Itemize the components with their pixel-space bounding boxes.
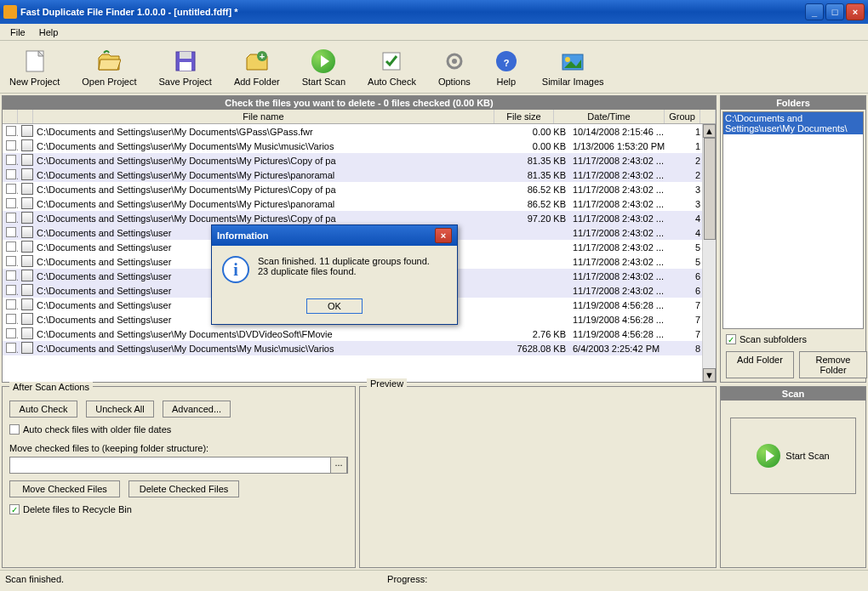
table-row[interactable]: C:\Documents and Settings\user\My Docume… bbox=[3, 341, 716, 355]
file-size: 0.00 KB bbox=[510, 126, 569, 138]
browse-button[interactable]: ... bbox=[330, 457, 347, 474]
row-checkbox[interactable] bbox=[6, 285, 16, 295]
row-checkbox[interactable] bbox=[6, 270, 16, 281]
scroll-down-icon[interactable]: ▼ bbox=[703, 368, 716, 382]
file-date: 11/17/2008 2:43:02 ... bbox=[569, 227, 680, 239]
auto-check-older-label: Auto check files with older file dates bbox=[23, 424, 171, 435]
file-size: 81.35 KB bbox=[510, 155, 569, 167]
file-name: C:\Documents and Settings\user\My Docume… bbox=[33, 155, 510, 167]
file-icon bbox=[21, 168, 33, 180]
row-checkbox[interactable] bbox=[6, 140, 16, 151]
file-size bbox=[510, 247, 569, 248]
menu-file[interactable]: File bbox=[3, 26, 32, 39]
menu-help[interactable]: Help bbox=[32, 26, 66, 39]
row-checkbox[interactable] bbox=[6, 256, 16, 266]
dialog-close-button[interactable]: × bbox=[435, 228, 452, 243]
recycle-bin-label: Delete files to Recycle Bin bbox=[23, 504, 132, 514]
file-name: C:\Documents and Settings\user\My Docume… bbox=[33, 343, 510, 355]
row-checkbox[interactable] bbox=[6, 126, 16, 136]
start-scan-big-button[interactable]: Start Scan bbox=[730, 418, 856, 494]
file-date: 11/19/2008 4:56:28 ... bbox=[569, 314, 680, 326]
dialog-ok-button[interactable]: OK bbox=[306, 298, 363, 314]
file-name: C:\Documents and Settings\user\My Docume… bbox=[33, 198, 510, 210]
file-date: 11/17/2008 2:43:02 ... bbox=[569, 198, 680, 210]
recycle-bin-checkbox[interactable]: ✓ bbox=[9, 504, 20, 514]
statusbar: Scan finished. Progress: bbox=[0, 570, 868, 587]
table-row[interactable]: C:\Documents and Settings\user\My Docume… bbox=[3, 196, 716, 211]
dialog-title: Information bbox=[217, 230, 269, 241]
col-datetime[interactable]: Date/Time bbox=[554, 110, 665, 123]
file-name: C:\Documents and Settings\user\My Docume… bbox=[33, 328, 510, 340]
row-checkbox[interactable] bbox=[6, 169, 16, 179]
folder-item[interactable]: C:\Documents and Settings\user\My Docume… bbox=[723, 112, 863, 134]
file-size: 7628.08 KB bbox=[510, 343, 569, 355]
col-filename[interactable]: File name bbox=[33, 110, 494, 123]
move-path-input[interactable]: ... bbox=[9, 457, 348, 474]
table-row[interactable]: C:\Documents and Settings\user\My Docume… bbox=[3, 182, 716, 196]
file-date: 11/17/2008 2:43:02 ... bbox=[569, 256, 680, 268]
row-checkbox[interactable] bbox=[6, 328, 16, 338]
uncheck-all-button[interactable]: Uncheck All bbox=[86, 401, 154, 418]
scroll-up-icon[interactable]: ▲ bbox=[703, 124, 716, 138]
table-row[interactable]: C:\Documents and Settings\user\My Docume… bbox=[3, 124, 716, 139]
scan-subfolders-checkbox[interactable]: ✓ bbox=[726, 334, 736, 344]
add-folder-button[interactable]: + Add Folder bbox=[228, 45, 286, 89]
close-button[interactable]: × bbox=[846, 3, 865, 20]
file-icon bbox=[21, 313, 33, 325]
file-date: 11/17/2008 2:43:02 ... bbox=[569, 213, 680, 224]
scroll-thumb[interactable] bbox=[704, 138, 716, 240]
table-row[interactable]: C:\Documents and Settings\user\My Docume… bbox=[3, 327, 716, 341]
new-project-icon bbox=[21, 48, 49, 75]
file-icon bbox=[21, 284, 33, 296]
row-checkbox[interactable] bbox=[6, 299, 16, 310]
folder-list[interactable]: C:\Documents and Settings\user\My Docume… bbox=[722, 111, 864, 329]
file-name: C:\Documents and Settings\user\My Docume… bbox=[33, 169, 510, 181]
similar-images-button[interactable]: Similar Images bbox=[536, 45, 610, 89]
file-icon bbox=[21, 154, 33, 166]
col-group[interactable]: Group bbox=[665, 110, 700, 123]
options-button[interactable]: Options bbox=[432, 45, 477, 89]
info-icon: i bbox=[222, 256, 249, 283]
remove-folder-button[interactable]: Remove Folder bbox=[799, 351, 867, 378]
gear-icon bbox=[441, 48, 468, 75]
scrollbar-vertical[interactable]: ▲ ▼ bbox=[702, 124, 716, 382]
move-label: Move checked files to (keeping folder st… bbox=[9, 443, 348, 453]
row-checkbox[interactable] bbox=[6, 343, 16, 353]
row-checkbox[interactable] bbox=[6, 198, 16, 208]
auto-check-button[interactable]: Auto Check bbox=[362, 45, 422, 89]
row-checkbox[interactable] bbox=[6, 184, 16, 194]
open-project-button[interactable]: Open Project bbox=[76, 45, 142, 89]
table-row[interactable]: C:\Documents and Settings\user\My Docume… bbox=[3, 153, 716, 168]
advanced-button[interactable]: Advanced... bbox=[163, 401, 231, 418]
file-icon bbox=[21, 212, 33, 224]
row-checkbox[interactable] bbox=[6, 242, 16, 252]
auto-check-older-checkbox[interactable] bbox=[9, 424, 20, 435]
svg-rect-4 bbox=[180, 62, 191, 71]
table-row[interactable]: C:\Documents and Settings\user\My Docume… bbox=[3, 168, 716, 182]
add-folder-button-side[interactable]: Add Folder bbox=[726, 351, 794, 378]
row-checkbox[interactable] bbox=[6, 227, 16, 237]
svg-text:?: ? bbox=[503, 58, 509, 68]
maximize-button[interactable]: □ bbox=[825, 3, 844, 20]
scan-header: Scan bbox=[721, 387, 865, 401]
row-checkbox[interactable] bbox=[6, 213, 16, 223]
file-icon bbox=[21, 197, 33, 209]
row-checkbox[interactable] bbox=[6, 155, 16, 165]
file-name: C:\Documents and Settings\user\My Docume… bbox=[33, 184, 510, 196]
table-row[interactable]: C:\Documents and Settings\user\My Docume… bbox=[3, 139, 716, 153]
move-checked-button[interactable]: Move Checked Files bbox=[9, 480, 120, 497]
start-scan-button[interactable]: Start Scan bbox=[296, 45, 351, 89]
check-icon bbox=[378, 48, 405, 75]
file-name: C:\Documents and Settings\user\My Docume… bbox=[33, 213, 510, 224]
app-icon bbox=[3, 5, 17, 19]
help-button[interactable]: ? Help bbox=[487, 45, 526, 89]
auto-check-action-button[interactable]: Auto Check bbox=[9, 401, 77, 418]
delete-checked-button[interactable]: Delete Checked Files bbox=[128, 480, 239, 497]
row-checkbox[interactable] bbox=[6, 314, 16, 324]
save-project-button[interactable]: Save Project bbox=[153, 45, 218, 89]
minimize-button[interactable]: _ bbox=[805, 3, 824, 20]
col-filesize[interactable]: File size bbox=[494, 110, 554, 123]
new-project-button[interactable]: New Project bbox=[3, 45, 66, 89]
progress-label: Progress: bbox=[387, 574, 427, 584]
table-row[interactable]: C:\Documents and Settings\user\My Docume… bbox=[3, 211, 716, 225]
